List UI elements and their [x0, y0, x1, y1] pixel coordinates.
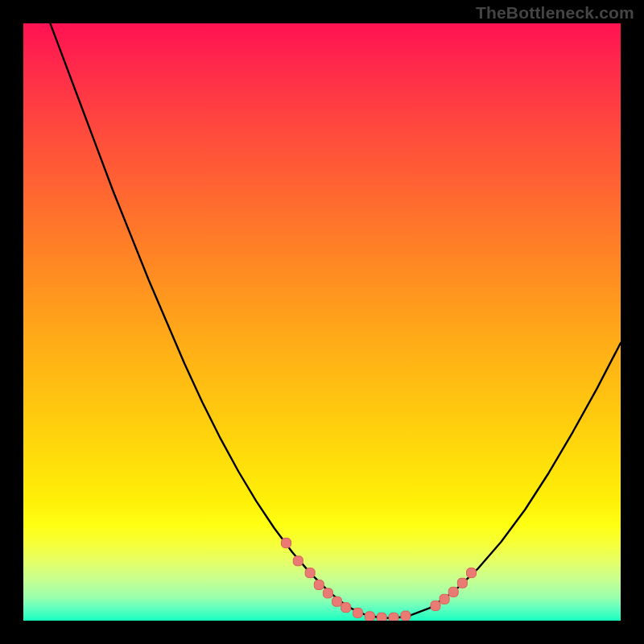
curve-marker [431, 601, 440, 610]
curve-marker [467, 568, 477, 578]
curve-marker [401, 611, 411, 621]
curve-marker [365, 612, 374, 621]
curve-marker [314, 580, 324, 589]
chart-frame: TheBottleneck.com [0, 0, 644, 644]
curve-marker [341, 603, 351, 613]
curve-markers [281, 539, 476, 621]
curve-marker [293, 556, 303, 566]
curve-marker [448, 587, 458, 597]
bottleneck-chart-svg [23, 23, 621, 621]
curve-marker [353, 608, 363, 617]
curve-marker [281, 539, 291, 548]
curve-marker [440, 594, 449, 604]
curve-marker [305, 568, 315, 578]
bottleneck-curve [23, 23, 621, 618]
plot-area [23, 23, 621, 621]
curve-marker [332, 597, 342, 606]
curve-marker [377, 613, 386, 621]
watermark-text: TheBottleneck.com [476, 3, 634, 23]
curve-marker [323, 588, 332, 598]
curve-marker [389, 613, 398, 621]
curve-marker [457, 578, 467, 588]
